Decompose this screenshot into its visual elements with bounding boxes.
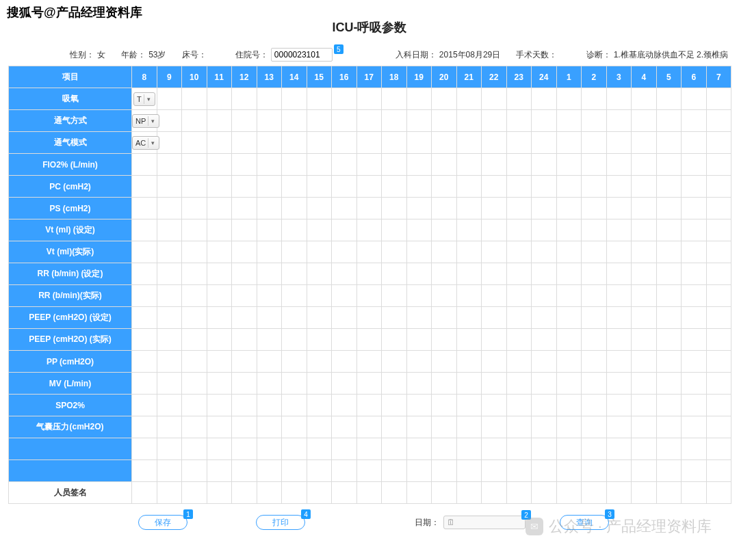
cell[interactable]: [682, 110, 707, 132]
cell[interactable]: [257, 307, 282, 329]
cell[interactable]: [382, 395, 407, 416]
cell[interactable]: [282, 285, 307, 307]
cell[interactable]: [632, 395, 657, 416]
cell[interactable]: [706, 307, 731, 329]
cell[interactable]: [157, 373, 182, 395]
cell[interactable]: [556, 154, 582, 176]
cell[interactable]: [706, 263, 731, 285]
cell[interactable]: [406, 132, 432, 154]
cell[interactable]: [382, 373, 407, 395]
cell[interactable]: [606, 460, 632, 482]
cell[interactable]: [182, 88, 207, 110]
cell[interactable]: [482, 416, 507, 438]
cell[interactable]: [132, 395, 157, 416]
cell[interactable]: [456, 351, 482, 373]
cell[interactable]: [207, 110, 232, 132]
cell[interactable]: [656, 373, 682, 395]
cell[interactable]: [257, 154, 282, 176]
cell[interactable]: [356, 460, 382, 482]
cell[interactable]: [556, 241, 582, 263]
cell[interactable]: [556, 395, 582, 416]
cell[interactable]: [456, 132, 482, 154]
cell[interactable]: [506, 351, 532, 373]
cell[interactable]: [582, 110, 607, 132]
cell[interactable]: [207, 351, 232, 373]
cell[interactable]: [307, 329, 332, 351]
cell[interactable]: [606, 241, 632, 263]
cell[interactable]: [356, 307, 382, 329]
cell[interactable]: [656, 219, 682, 241]
cell[interactable]: [257, 110, 282, 132]
cell[interactable]: [132, 460, 157, 482]
cell[interactable]: [257, 176, 282, 198]
cell[interactable]: [182, 110, 207, 132]
cell[interactable]: [456, 373, 482, 395]
cell[interactable]: [482, 307, 507, 329]
cell[interactable]: [232, 351, 257, 373]
cell[interactable]: [656, 88, 682, 110]
cell[interactable]: [157, 329, 182, 351]
cell[interactable]: [356, 416, 382, 438]
cell[interactable]: [307, 241, 332, 263]
cell[interactable]: [606, 329, 632, 351]
cell[interactable]: [157, 198, 182, 219]
cell[interactable]: [257, 285, 282, 307]
cell[interactable]: [157, 351, 182, 373]
cell[interactable]: [257, 132, 282, 154]
cell[interactable]: [356, 154, 382, 176]
cell[interactable]: [132, 198, 157, 219]
cell[interactable]: [506, 373, 532, 395]
cell[interactable]: [582, 88, 607, 110]
cell[interactable]: [506, 198, 532, 219]
cell[interactable]: [456, 154, 482, 176]
cell[interactable]: [632, 110, 657, 132]
cell[interactable]: [656, 176, 682, 198]
cell[interactable]: [157, 307, 182, 329]
cell[interactable]: [307, 438, 332, 460]
cell[interactable]: [706, 88, 731, 110]
cell[interactable]: [257, 219, 282, 241]
cell[interactable]: [682, 438, 707, 460]
cell[interactable]: [482, 285, 507, 307]
cell[interactable]: [506, 307, 532, 329]
cell[interactable]: [307, 176, 332, 198]
cell[interactable]: [532, 438, 557, 460]
signature-cell[interactable]: [307, 482, 332, 504]
cell-select[interactable]: NP▾: [132, 114, 159, 128]
cell[interactable]: [257, 198, 282, 219]
cell[interactable]: [332, 110, 357, 132]
admission-input[interactable]: [271, 48, 333, 62]
cell[interactable]: [157, 285, 182, 307]
cell[interactable]: [132, 438, 157, 460]
cell[interactable]: [157, 110, 182, 132]
cell[interactable]: [282, 329, 307, 351]
cell[interactable]: [656, 351, 682, 373]
cell[interactable]: [207, 460, 232, 482]
cell[interactable]: [356, 110, 382, 132]
cell[interactable]: [332, 88, 357, 110]
cell[interactable]: [506, 416, 532, 438]
cell[interactable]: [307, 416, 332, 438]
cell[interactable]: [282, 110, 307, 132]
cell[interactable]: [282, 176, 307, 198]
cell[interactable]: [706, 351, 731, 373]
signature-cell[interactable]: [132, 482, 157, 504]
cell[interactable]: [356, 198, 382, 219]
cell[interactable]: [232, 263, 257, 285]
cell[interactable]: [232, 373, 257, 395]
cell[interactable]: [207, 154, 232, 176]
save-button[interactable]: 保存 1: [138, 515, 187, 530]
cell[interactable]: [432, 416, 457, 438]
cell[interactable]: [656, 416, 682, 438]
cell[interactable]: [282, 395, 307, 416]
cell[interactable]: [682, 416, 707, 438]
cell[interactable]: [406, 395, 432, 416]
cell[interactable]: [656, 307, 682, 329]
cell[interactable]: [706, 329, 731, 351]
cell[interactable]: [656, 329, 682, 351]
cell[interactable]: [282, 307, 307, 329]
cell[interactable]: [682, 460, 707, 482]
cell[interactable]: [556, 416, 582, 438]
cell[interactable]: [606, 132, 632, 154]
cell[interactable]: [406, 110, 432, 132]
